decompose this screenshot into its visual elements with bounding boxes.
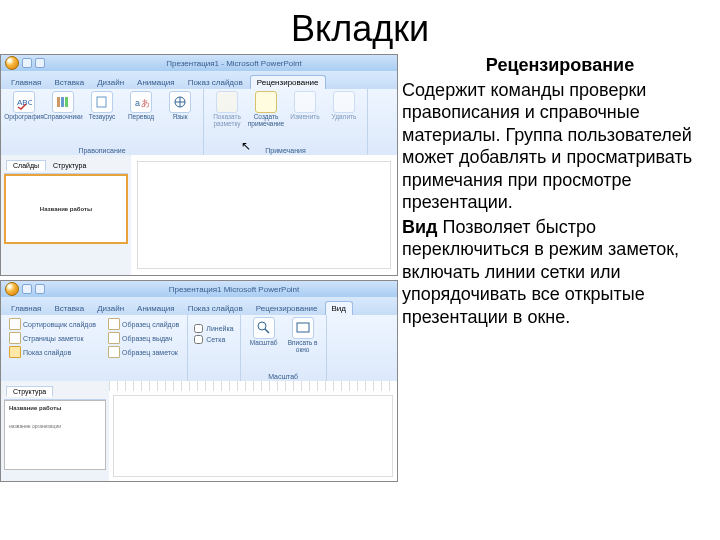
markup-icon (216, 91, 238, 113)
grid-checkbox[interactable]: Сетка (194, 334, 233, 345)
language-icon (169, 91, 191, 113)
titlebar: Презентация1 - Microsoft PowerPoint (1, 55, 397, 71)
tab-slideshow[interactable]: Показ слайдов (182, 302, 249, 315)
sorter-icon (9, 318, 21, 330)
edit-icon (294, 91, 316, 113)
slide-master-button[interactable]: Образец слайдов (106, 317, 181, 331)
document-title: Презентация1 - Microsoft PowerPoint (71, 59, 397, 68)
tab-view[interactable]: Вид (325, 301, 353, 315)
save-icon[interactable] (22, 58, 32, 68)
titlebar: Презентация1 Microsoft PowerPoint (1, 281, 397, 297)
undo-icon[interactable] (35, 284, 45, 294)
slide-thumbnail[interactable]: Название работы название организации (4, 400, 106, 470)
group-proofing-label: Правописание (7, 147, 197, 155)
new-comment-button[interactable]: Создать примечание (249, 91, 283, 127)
spelling-button[interactable]: ABC Орфография (7, 91, 41, 121)
review-body: Содержит команды проверки правописания и… (402, 79, 718, 214)
document-title: Презентация1 Microsoft PowerPoint (71, 285, 397, 294)
review-heading: Рецензирование (402, 54, 718, 77)
fit-icon (292, 317, 314, 339)
svg-rect-1 (57, 97, 60, 107)
spelling-icon: ABC (13, 91, 35, 113)
group-comments-label: Примечания (210, 147, 361, 155)
research-button[interactable]: Справочники (46, 91, 80, 121)
tab-design[interactable]: Дизайн (91, 76, 130, 89)
notes-master-button[interactable]: Образец заметок (106, 345, 181, 359)
slide-canvas[interactable] (113, 395, 393, 477)
books-icon (52, 91, 74, 113)
ribbon-tabs: Главная Вставка Дизайн Анимация Показ сл… (1, 71, 397, 89)
show-markup-button[interactable]: Показать разметку (210, 91, 244, 127)
delete-icon (333, 91, 355, 113)
svg-text:a: a (135, 98, 140, 108)
group-zoom-label: Масштаб (247, 373, 320, 381)
pane-tab-slides[interactable]: Слайды (6, 160, 46, 171)
tab-animation[interactable]: Анимация (131, 76, 181, 89)
tab-animation[interactable]: Анимация (131, 302, 181, 315)
ribbon-tabs: Главная Вставка Дизайн Анимация Показ сл… (1, 297, 397, 315)
svg-rect-4 (97, 97, 106, 107)
thumb-subtitle: название организации (9, 423, 101, 429)
thumb-title: Название работы (40, 206, 92, 212)
tab-home[interactable]: Главная (5, 302, 47, 315)
play-icon (9, 346, 21, 358)
slideshow-button[interactable]: Показ слайдов (7, 345, 98, 359)
view-body: Позволяет быстро переключиться в режим з… (402, 217, 679, 327)
new-comment-icon (255, 91, 277, 113)
notes-icon (9, 332, 21, 344)
pane-tab-outline[interactable]: Структура (47, 161, 92, 170)
screenshot-view: Презентация1 Microsoft PowerPoint Главна… (0, 280, 398, 482)
delete-comment-button[interactable]: Удалить (327, 91, 361, 121)
office-orb-icon[interactable] (5, 56, 19, 70)
zoom-button[interactable]: Масштаб (247, 317, 281, 347)
svg-point-8 (258, 322, 266, 330)
tab-design[interactable]: Дизайн (91, 302, 130, 315)
thesaurus-icon (91, 91, 113, 113)
description-text: Рецензирование Содержит команды проверки… (400, 54, 718, 486)
svg-rect-3 (65, 97, 68, 107)
screenshot-review: Презентация1 - Microsoft PowerPoint Глав… (0, 54, 398, 276)
ruler (109, 381, 397, 391)
page-title: Вкладки (0, 8, 720, 50)
pane-tab-outline[interactable]: Структура (6, 386, 53, 397)
svg-rect-2 (61, 97, 64, 107)
notes-page-button[interactable]: Страницы заметок (7, 331, 98, 345)
tab-insert[interactable]: Вставка (48, 76, 90, 89)
tab-review[interactable]: Рецензирование (250, 302, 324, 315)
svg-line-9 (265, 329, 269, 333)
tab-insert[interactable]: Вставка (48, 302, 90, 315)
thumb-title: Название работы (9, 405, 101, 411)
edit-comment-button[interactable]: Изменить (288, 91, 322, 121)
tab-home[interactable]: Главная (5, 76, 47, 89)
thesaurus-button[interactable]: Тезаурус (85, 91, 119, 121)
tab-review[interactable]: Рецензирование (250, 75, 326, 89)
svg-rect-10 (297, 323, 309, 332)
zoom-icon (253, 317, 275, 339)
tab-slideshow[interactable]: Показ слайдов (182, 76, 249, 89)
save-icon[interactable] (22, 284, 32, 294)
office-orb-icon[interactable] (5, 282, 19, 296)
handout-icon (108, 332, 120, 344)
slide-thumbnail[interactable]: Название работы (4, 174, 128, 244)
ruler-checkbox[interactable]: Линейка (194, 323, 233, 334)
language-button[interactable]: Язык (163, 91, 197, 121)
handout-master-button[interactable]: Образец выдач (106, 331, 181, 345)
svg-text:あ: あ (141, 98, 149, 108)
fit-window-button[interactable]: Вписать в окно (286, 317, 320, 353)
notesm-icon (108, 346, 120, 358)
undo-icon[interactable] (35, 58, 45, 68)
slide-sorter-button[interactable]: Сортировщик слайдов (7, 317, 98, 331)
view-heading: Вид (402, 217, 438, 237)
slide-canvas[interactable] (137, 161, 391, 269)
translate-icon: aあ (130, 91, 152, 113)
master-icon (108, 318, 120, 330)
translate-button[interactable]: aあ Перевод (124, 91, 158, 121)
